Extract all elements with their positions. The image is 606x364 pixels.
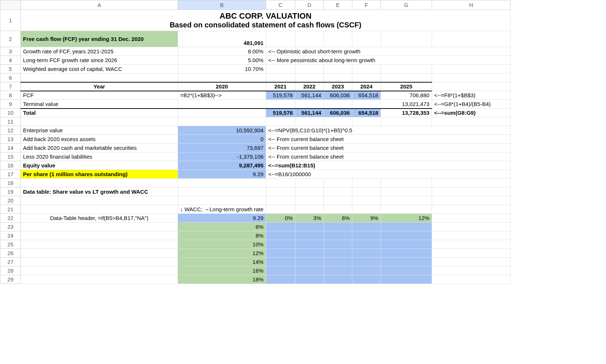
cell-B22[interactable]: 9.29: [178, 214, 266, 223]
cell-G2[interactable]: [380, 31, 432, 47]
cell-B15[interactable]: -1,379,106: [178, 152, 266, 161]
cell-B7[interactable]: 2020: [178, 82, 266, 91]
cell-B29[interactable]: 18%: [178, 275, 266, 284]
cell-D28[interactable]: [295, 266, 323, 275]
row-header-5[interactable]: 5: [0, 65, 21, 73]
row-header-23[interactable]: 23: [0, 223, 21, 231]
cell-F24[interactable]: [352, 231, 380, 240]
cell-C21[interactable]: [266, 205, 295, 214]
cell-C15[interactable]: <-- From current balance sheet: [266, 152, 510, 161]
cell-E28[interactable]: [323, 266, 352, 275]
cell-E21[interactable]: [323, 205, 352, 214]
cell-A7[interactable]: Year: [21, 82, 178, 91]
cell-C4[interactable]: <-- More pessimistic about long-term gro…: [266, 56, 510, 65]
cell-E18[interactable]: [323, 179, 352, 187]
cell-C20[interactable]: [266, 196, 295, 205]
cell-E6[interactable]: [323, 73, 352, 82]
cell-A4[interactable]: Long-term FCF growth rate since 2026: [21, 56, 178, 65]
cell-C2[interactable]: [266, 31, 295, 47]
cell-F5[interactable]: [352, 65, 380, 73]
cell-C28[interactable]: [266, 266, 295, 275]
cell-C16[interactable]: <--=sum(B12:B15): [266, 161, 510, 170]
row-header-3[interactable]: 3: [0, 47, 21, 56]
cell-F9[interactable]: [352, 100, 380, 109]
cell-F22[interactable]: 9%: [352, 214, 380, 223]
cell-D19[interactable]: [295, 187, 323, 196]
cell-F26[interactable]: [352, 249, 380, 258]
cell-C3[interactable]: <-- Optimistic about short-term growth: [266, 47, 510, 56]
cell-A21[interactable]: [21, 205, 178, 214]
cell-A27[interactable]: [21, 258, 178, 266]
col-header-A[interactable]: A: [21, 0, 178, 10]
cell-F29[interactable]: [352, 275, 380, 284]
cell-E2[interactable]: [323, 31, 352, 47]
cell-G29[interactable]: [380, 275, 432, 284]
cell-B27[interactable]: 14%: [178, 258, 266, 266]
cell-B23[interactable]: 6%: [178, 223, 266, 231]
cell-C22[interactable]: 0%: [266, 214, 295, 223]
cell-G7[interactable]: 2025: [380, 82, 432, 91]
cell-H19[interactable]: [432, 187, 510, 196]
cell-C12[interactable]: <--=NPV(B5,C10:G10)*(1+B5)^0.5: [266, 126, 510, 135]
cell-A14[interactable]: Add back 2020 cash and marketable securi…: [21, 144, 178, 152]
cell-A18[interactable]: [21, 179, 178, 187]
row-header-22[interactable]: 22: [0, 214, 21, 223]
cell-D25[interactable]: [295, 240, 323, 249]
cell-E7[interactable]: 2023: [323, 82, 352, 91]
cell-E5[interactable]: [323, 65, 352, 73]
cell-A12[interactable]: Enterprise value: [21, 126, 178, 135]
cell-G18[interactable]: [380, 179, 432, 187]
col-header-H[interactable]: H: [432, 0, 510, 10]
cell-F7[interactable]: 2024: [352, 82, 380, 91]
cell-C25[interactable]: [266, 240, 295, 249]
cell-A2[interactable]: Free cash flow (FCF) year ending 31 Dec.…: [21, 31, 178, 47]
cell-F28[interactable]: [352, 266, 380, 275]
cell-E20[interactable]: [323, 196, 352, 205]
col-header-G[interactable]: G: [380, 0, 432, 10]
cell-G22[interactable]: 12%: [380, 214, 432, 223]
cell-B12[interactable]: 10,592,904: [178, 126, 266, 135]
cell-G21[interactable]: [380, 205, 432, 214]
cell-D8[interactable]: 561,144: [295, 91, 323, 100]
cell-C6[interactable]: [266, 73, 295, 82]
cell-H28[interactable]: [432, 266, 510, 275]
cell-D9[interactable]: [295, 100, 323, 109]
row-header-16[interactable]: 16: [0, 161, 21, 170]
cell-B17[interactable]: 9.29: [178, 170, 266, 179]
cell-F10[interactable]: 654,518: [352, 109, 380, 117]
cell-C14[interactable]: <-- From current balance sheet: [266, 144, 510, 152]
cell-H26[interactable]: [432, 249, 510, 258]
cell-D26[interactable]: [295, 249, 323, 258]
title-cell[interactable]: ABC CORP. VALUATION Based on consolidate…: [21, 10, 511, 31]
cell-D29[interactable]: [295, 275, 323, 284]
cell-B11[interactable]: [178, 117, 266, 126]
cell-A20[interactable]: [21, 196, 178, 205]
cell-H24[interactable]: [432, 231, 510, 240]
cell-B6[interactable]: [178, 73, 266, 82]
cell-A23[interactable]: [21, 223, 178, 231]
row-header-19[interactable]: 19: [0, 187, 21, 196]
cell-A6[interactable]: [21, 73, 178, 82]
row-header-25[interactable]: 25: [0, 240, 21, 249]
cell-C26[interactable]: [266, 249, 295, 258]
cell-B24[interactable]: 8%: [178, 231, 266, 240]
cell-F18[interactable]: [352, 179, 380, 187]
cell-A24[interactable]: [21, 231, 178, 240]
cell-E11[interactable]: [323, 117, 352, 126]
cell-A9[interactable]: Terminal value: [21, 100, 178, 109]
row-header-24[interactable]: 24: [0, 231, 21, 240]
cell-F6[interactable]: [352, 73, 380, 82]
cell-A17[interactable]: Per share (1 million shares outstanding): [21, 170, 178, 179]
cell-B26[interactable]: 12%: [178, 249, 266, 258]
cell-E29[interactable]: [323, 275, 352, 284]
row-header-29[interactable]: 29: [0, 275, 21, 284]
cell-A15[interactable]: Less 2020 financial liabilities: [21, 152, 178, 161]
cell-G6[interactable]: [380, 73, 432, 82]
cell-E22[interactable]: 6%: [323, 214, 352, 223]
cell-H9[interactable]: <--=G8*(1+B4)/(B5-B4): [432, 100, 510, 109]
cell-H27[interactable]: [432, 258, 510, 266]
cell-A10[interactable]: Total: [21, 109, 178, 117]
cell-G27[interactable]: [380, 258, 432, 266]
cell-H21[interactable]: [432, 205, 510, 214]
cell-F8[interactable]: 654,518: [352, 91, 380, 100]
